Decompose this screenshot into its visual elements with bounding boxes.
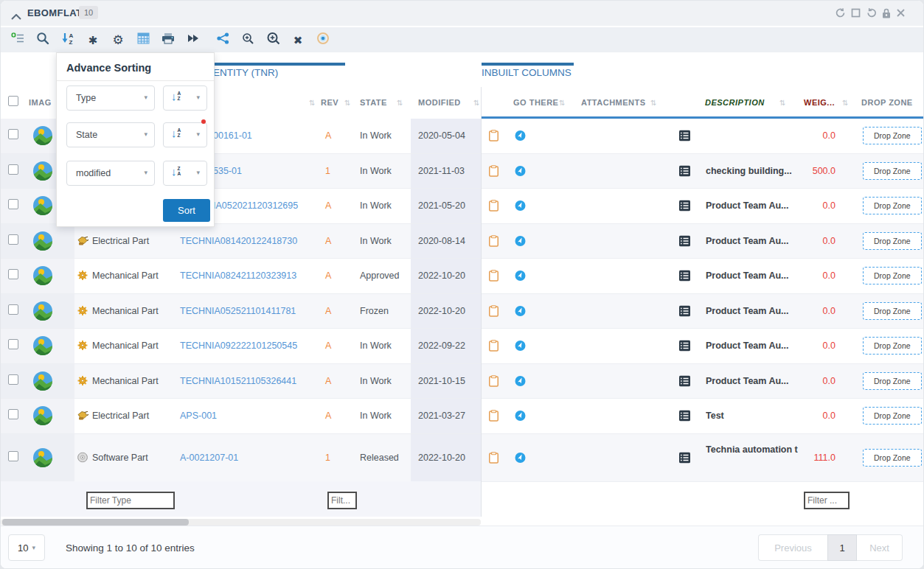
description-table-icon[interactable] — [679, 305, 690, 316]
attachment-globe-icon[interactable] — [515, 452, 526, 463]
filter-type-input[interactable] — [86, 492, 175, 509]
page-size-select[interactable]: 10 ▾ — [8, 534, 45, 561]
attachment-globe-icon[interactable] — [515, 411, 526, 422]
part-thumbnail[interactable] — [33, 266, 52, 285]
filter-weight-input[interactable] — [804, 492, 850, 509]
go-there-clipboard-icon[interactable] — [489, 130, 499, 142]
sort-arrows-icon[interactable]: ⇅ — [559, 99, 565, 107]
description-table-icon[interactable] — [679, 165, 690, 176]
attachment-globe-icon[interactable] — [515, 200, 526, 212]
part-name-link[interactable]: 535-01 — [213, 166, 242, 176]
row-checkbox[interactable] — [8, 451, 18, 464]
column-header-state[interactable]: STATE — [360, 98, 387, 107]
previous-page-button[interactable]: Previous — [758, 534, 827, 561]
sort-direction-select-1[interactable]: ↓AZ ▾ — [163, 85, 207, 111]
zoom-in-button[interactable] — [260, 29, 285, 51]
part-name-link[interactable]: IA052021120312695 — [213, 200, 298, 211]
drop-zone-button[interactable]: Drop Zone — [863, 337, 922, 355]
search-button[interactable] — [30, 29, 55, 51]
row-checkbox[interactable] — [8, 304, 18, 318]
column-header-drop-zone[interactable]: DROP ZONE — [861, 98, 913, 107]
attachment-globe-icon[interactable] — [515, 341, 526, 352]
description-table-icon[interactable] — [679, 270, 690, 282]
part-name-link[interactable]: 00161-01 — [213, 130, 252, 141]
sort-field-select-2[interactable]: State ▾ — [66, 122, 155, 147]
filter-rev-input[interactable] — [327, 492, 357, 509]
highlight-button[interactable]: ✱ — [80, 29, 105, 51]
select-all-checkbox[interactable] — [8, 96, 18, 109]
drop-zone-button[interactable]: Drop Zone — [863, 197, 922, 214]
add-row-button[interactable] — [5, 29, 30, 51]
sort-arrows-icon[interactable]: ⇅ — [397, 99, 403, 107]
print-button[interactable] — [156, 29, 181, 51]
scrollbar-thumb[interactable] — [2, 519, 189, 526]
attachment-globe-icon[interactable] — [515, 130, 526, 142]
part-name-link[interactable]: APS-001 — [180, 411, 217, 421]
go-there-clipboard-icon[interactable] — [489, 200, 499, 212]
settings-button[interactable]: ⚙ — [105, 29, 131, 51]
drop-zone-button[interactable]: Drop Zone — [863, 162, 922, 180]
sort-arrows-icon[interactable]: ⇅ — [309, 99, 315, 107]
horizontal-scrollbar[interactable] — [1, 519, 481, 526]
go-there-clipboard-icon[interactable] — [489, 452, 499, 464]
description-table-icon[interactable] — [679, 452, 690, 463]
next-page-button[interactable]: Next — [857, 534, 903, 561]
refresh-icon[interactable] — [835, 7, 846, 18]
share-button[interactable] — [210, 29, 235, 51]
sort-arrows-icon[interactable]: ⇅ — [650, 99, 656, 107]
part-name-link[interactable]: TECHNIA081420122418730 — [180, 236, 297, 246]
description-table-icon[interactable] — [679, 235, 690, 246]
drop-zone-button[interactable]: Drop Zone — [863, 267, 922, 284]
go-there-clipboard-icon[interactable] — [489, 340, 499, 352]
drop-zone-button[interactable]: Drop Zone — [863, 232, 922, 250]
drop-zone-button[interactable]: Drop Zone — [863, 372, 922, 390]
attachment-globe-icon[interactable] — [515, 305, 526, 316]
close-icon[interactable] — [896, 8, 906, 18]
column-header-modified[interactable]: MODIFIED — [418, 98, 461, 107]
row-checkbox[interactable] — [8, 374, 18, 388]
go-there-clipboard-icon[interactable] — [489, 410, 499, 422]
attachment-globe-icon[interactable] — [515, 165, 526, 176]
current-page-button[interactable]: 1 — [827, 534, 857, 561]
part-thumbnail[interactable] — [33, 196, 52, 215]
go-there-clipboard-icon[interactable] — [489, 375, 499, 387]
go-there-clipboard-icon[interactable] — [489, 165, 499, 177]
collapse-chevron-icon[interactable] — [11, 10, 21, 23]
sort-field-select-3[interactable]: modified ▾ — [66, 161, 155, 186]
sort-arrows-icon[interactable]: ⇅ — [344, 99, 350, 107]
part-thumbnail[interactable] — [33, 371, 52, 391]
description-table-icon[interactable] — [679, 130, 690, 142]
row-checkbox[interactable] — [8, 409, 18, 422]
sort-direction-select-2[interactable]: ↓AZ ▾ — [163, 122, 207, 147]
drop-zone-button[interactable]: Drop Zone — [863, 449, 922, 467]
sort-field-select-1[interactable]: Type ▾ — [66, 85, 155, 111]
part-thumbnail[interactable] — [33, 448, 52, 467]
description-table-icon[interactable] — [679, 341, 690, 352]
sort-arrows-icon[interactable]: ⇅ — [473, 99, 479, 107]
drop-zone-button[interactable]: Drop Zone — [863, 127, 922, 144]
advanced-sort-button[interactable]: AZ — [55, 29, 80, 51]
sort-button[interactable]: Sort — [163, 199, 210, 222]
row-checkbox[interactable] — [8, 269, 18, 282]
column-header-go-there[interactable]: GO THERE — [513, 98, 558, 107]
part-thumbnail[interactable] — [33, 406, 52, 425]
part-name-link[interactable]: TECHNIA101521105326441 — [180, 376, 296, 386]
row-checkbox[interactable] — [8, 339, 18, 352]
part-thumbnail[interactable] — [33, 336, 52, 355]
drop-zone-button[interactable]: Drop Zone — [863, 302, 922, 320]
table-view-button[interactable] — [131, 29, 156, 51]
row-checkbox[interactable] — [8, 199, 18, 212]
column-header-rev[interactable]: REV — [321, 98, 338, 107]
part-name-link[interactable]: TECHNIA092222101250545 — [180, 341, 297, 351]
expand-all-button[interactable] — [181, 29, 206, 51]
part-name-link[interactable]: TECHNIA052521101411781 — [180, 306, 296, 316]
description-table-icon[interactable] — [679, 411, 690, 422]
row-checkbox[interactable] — [8, 234, 18, 248]
part-thumbnail[interactable] — [33, 161, 52, 181]
row-checkbox[interactable] — [8, 164, 18, 178]
attachment-globe-icon[interactable] — [515, 375, 526, 386]
part-thumbnail[interactable] — [33, 301, 52, 321]
sort-direction-select-3[interactable]: ↓ZA ▾ — [163, 161, 207, 186]
description-table-icon[interactable] — [679, 375, 690, 386]
drop-zone-button[interactable]: Drop Zone — [863, 407, 922, 425]
